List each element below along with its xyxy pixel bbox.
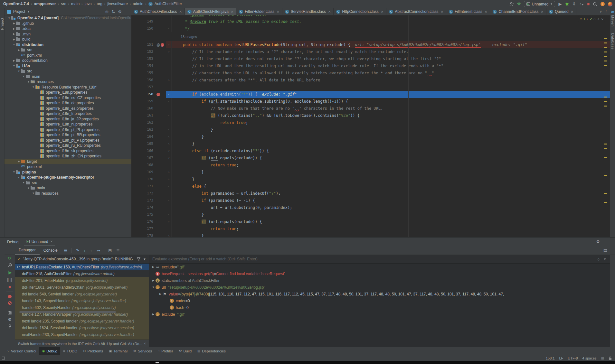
tree-chevron-icon[interactable]: ▼ (7, 17, 11, 20)
fold-marker-icon[interactable]: ˅ (166, 218, 171, 225)
tree-chevron-icon[interactable]: ▶ (12, 33, 16, 35)
tree-item[interactable]: ▶target (5, 159, 131, 164)
warning-stripe-mark[interactable] (604, 42, 607, 43)
tree-item[interactable]: ▶.mvn (5, 32, 131, 37)
stack-frame-row[interactable]: handle:602, SecurityHandler(org.eclipse.… (15, 304, 149, 311)
watch-row[interactable]: ▶⚑value = {byte[47]@7400} [115, 101, 116… (149, 291, 610, 297)
tree-chevron-icon[interactable]: ▶ (12, 27, 16, 30)
line-number[interactable]: 174 (131, 204, 156, 211)
tree-chevron-icon[interactable]: ▼ (31, 192, 35, 195)
tree-item[interactable]: ▼main (5, 185, 131, 191)
tool-button-profiler[interactable]: ◔Profiler (155, 347, 176, 355)
tree-chevron-icon[interactable]: ▶ (17, 49, 21, 51)
breadcrumb-segment[interactable]: main (71, 2, 80, 6)
run-button[interactable]: ▶ (558, 2, 562, 6)
warning-stripe-mark[interactable] (604, 61, 607, 61)
chevron-down-icon[interactable]: ▼ (603, 257, 607, 261)
warning-stripe-mark[interactable] (604, 101, 607, 102)
fold-marker-icon[interactable]: ˄ (166, 25, 171, 32)
rerun-icon[interactable]: ⟳ (8, 256, 12, 260)
build-hammer-icon[interactable]: ⚒ (517, 2, 521, 6)
warning-stripe-mark[interactable] (604, 56, 607, 57)
watch-row[interactable]: ▼purl = "setup/setup-s/%u002e%u002e/%u00… (149, 284, 610, 291)
line-number[interactable]: 152 (131, 48, 156, 55)
tree-item[interactable]: openfire_i18n_pt_BR.properties (5, 132, 131, 138)
stack-frame-row[interactable]: doHandle:548, ServletHandler(org.eclipse… (15, 291, 149, 297)
more-options-icon[interactable]: ⋮ (604, 10, 608, 14)
view-breakpoints-icon[interactable] (8, 295, 12, 298)
editor-tab[interactable]: CChannelEndPoint.class✕ (490, 8, 546, 15)
stack-frame-row[interactable]: doHandle:1624, SessionHandler(org.eclips… (15, 324, 149, 331)
fold-marker-icon[interactable]: ˅ (166, 41, 171, 48)
line-number[interactable]: 159 (131, 98, 156, 105)
line-number[interactable]: 151 (131, 41, 156, 48)
line-number[interactable]: 155 (131, 70, 156, 77)
line-number[interactable]: 171 (131, 183, 156, 190)
tree-chevron-icon[interactable]: ▶ (158, 293, 163, 295)
layout-settings-icon[interactable]: ▤ (603, 248, 607, 253)
watch-row[interactable]: ▶∞exclude = ".gif" (149, 264, 610, 270)
fold-marker-icon[interactable]: ˄ (166, 169, 171, 176)
debug-button[interactable] (565, 2, 569, 6)
tree-item[interactable]: ▼Resource Bundle 'openfire_i18n' (5, 85, 131, 90)
coverage-icon[interactable]: ⇩ (572, 2, 576, 6)
editor-tab[interactable]: CQueued✕ (546, 8, 576, 15)
line-number[interactable]: 157 (131, 84, 156, 91)
evaluate-expression-icon[interactable]: ⊞ (108, 248, 112, 253)
close-icon[interactable]: ✕ (50, 240, 53, 243)
tree-chevron-icon[interactable]: ▼ (12, 64, 16, 67)
warning-stripe-mark[interactable] (604, 157, 607, 158)
line-number[interactable]: 176 (131, 218, 156, 225)
tree-chevron-icon[interactable]: ▼ (26, 187, 31, 190)
warning-stripe-mark[interactable] (604, 38, 607, 39)
tree-item[interactable]: openfire_i18n_sk.properties (5, 148, 131, 154)
editor-tab[interactable]: CFillInterest.class✕ (446, 8, 490, 15)
indent-guide-icon[interactable]: ▦ (601, 356, 604, 360)
step-out-icon[interactable]: ↑ (90, 248, 92, 253)
prev-issue-icon[interactable]: ˄ (597, 17, 599, 21)
fold-marker-icon[interactable]: ˅ (166, 48, 171, 55)
mute-breakpoints-icon[interactable] (8, 301, 12, 305)
tree-item[interactable]: openfire_i18n_fr.properties (5, 111, 131, 117)
tree-chevron-icon[interactable]: ▼ (12, 171, 16, 173)
line-number[interactable]: 173 (131, 197, 156, 204)
tree-item[interactable]: pom.xml (5, 53, 131, 58)
line-number[interactable]: 178 (131, 232, 156, 237)
tree-chevron-icon[interactable]: ▶ (151, 313, 156, 316)
warning-stripe-mark[interactable] (604, 47, 607, 48)
tree-item[interactable]: openfire_i18n_ru_RU.properties (5, 143, 131, 148)
breadcrumb-segment[interactable]: java (85, 2, 92, 6)
close-icon[interactable]: ✕ (571, 10, 573, 14)
tool-button-dependencies[interactable]: ▤Dependencies (194, 347, 229, 355)
editor-tab[interactable]: CAuthCheckFilter.java✕ (185, 8, 236, 15)
user-icon[interactable] (509, 2, 514, 6)
tool-button-problems[interactable]: ⊙Problems (80, 347, 106, 355)
status-item[interactable]: 4 spaces (582, 356, 597, 360)
close-icon[interactable]: ✕ (441, 10, 443, 14)
tree-chevron-icon[interactable]: ▶ (151, 266, 156, 268)
next-issue-icon[interactable]: ˅ (601, 17, 603, 21)
warning-stripe-mark[interactable] (604, 148, 607, 149)
fold-marker-icon[interactable]: ˄ (166, 232, 171, 237)
fold-marker-icon[interactable]: ˄ (166, 176, 171, 183)
watch-row[interactable]: fhash = 0 (149, 304, 610, 311)
tree-chevron-icon[interactable]: ▼ (22, 181, 26, 184)
line-number[interactable]: 167 (131, 154, 156, 162)
line-number[interactable]: 175 (131, 211, 156, 218)
tool-button-debug[interactable]: ◉Debug (39, 347, 61, 355)
fold-marker-icon[interactable]: ˅ (166, 147, 171, 154)
breadcrumb-segment[interactable]: xmppserver (34, 2, 56, 6)
step-over-icon[interactable]: ↷ (75, 248, 79, 253)
editor-tab[interactable]: CServletHandler.class✕ (282, 8, 334, 15)
tree-item[interactable]: ▶src (5, 47, 131, 53)
tree-chevron-icon[interactable]: ▶ (12, 22, 16, 25)
editor-tab[interactable]: CHttpConnection.class✕ (334, 8, 386, 15)
settings-sliders-icon[interactable]: ≣ (116, 248, 120, 253)
tree-item[interactable]: ▼main (5, 74, 131, 79)
line-number[interactable]: 149 (131, 18, 156, 25)
tree-item[interactable]: openfire_i18n_ja_JP.properties (5, 117, 131, 122)
wrench-icon[interactable] (8, 263, 12, 267)
stack-frame-row[interactable]: ↩testURLPassesExclude:158, AuthCheckFilt… (15, 264, 149, 270)
tab-debugger[interactable]: Debugger (15, 246, 40, 255)
tree-item[interactable]: ▼src (5, 69, 131, 74)
